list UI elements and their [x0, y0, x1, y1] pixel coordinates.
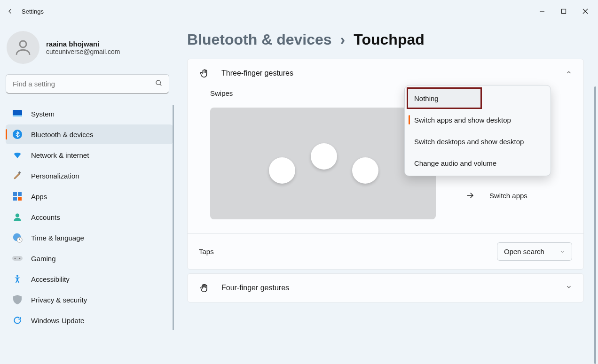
user-email: cuteuniverse@gmail.com	[46, 48, 120, 55]
four-finger-header[interactable]: Four-finger gestures	[188, 274, 583, 302]
window-controls	[531, 4, 596, 19]
sidebar-item-label: Gaming	[31, 255, 56, 263]
sidebar-item-personalization[interactable]: Personalization	[6, 166, 173, 186]
sidebar-item-label: Personalization	[31, 172, 79, 180]
breadcrumb-parent[interactable]: Bluetooth & devices	[187, 31, 332, 48]
minimize-button[interactable]	[531, 4, 553, 19]
arrow-right-icon	[465, 191, 475, 200]
close-icon	[582, 8, 588, 14]
hand-icon	[199, 282, 210, 294]
dropdown-option-audio-volume[interactable]: Change audio and volume	[407, 152, 549, 174]
svg-rect-14	[18, 197, 22, 201]
system-icon	[12, 108, 23, 119]
bluetooth-icon	[12, 129, 23, 139]
sidebar-item-apps[interactable]: Apps	[6, 186, 173, 206]
svg-point-20	[19, 258, 21, 259]
sidebar-item-accounts[interactable]: Accounts	[6, 207, 173, 227]
sidebar-item-network[interactable]: Network & internet	[6, 145, 173, 165]
four-finger-title: Four-finger gestures	[221, 284, 289, 292]
sidebar-item-label: Bluetooth & devices	[31, 131, 94, 139]
dropdown-option-switch-desktops[interactable]: Switch desktops and show desktop	[407, 131, 549, 152]
sidebar-item-accessibility[interactable]: Accessibility	[6, 269, 173, 289]
gaming-icon	[12, 253, 23, 263]
sidebar-item-system[interactable]: System	[6, 104, 173, 124]
sidebar-item-label: Windows Update	[31, 317, 84, 325]
search-wrapper	[6, 74, 169, 93]
svg-rect-8	[13, 115, 22, 116]
svg-rect-11	[13, 192, 17, 196]
titlebar: Settings	[0, 0, 598, 23]
sidebar-item-bluetooth-devices[interactable]: Bluetooth & devices	[6, 124, 173, 144]
svg-rect-12	[18, 192, 22, 196]
sidebar-item-label: Accounts	[31, 213, 60, 221]
sidebar-item-gaming[interactable]: Gaming	[6, 248, 173, 268]
update-icon	[12, 315, 23, 325]
accounts-icon	[12, 212, 23, 222]
svg-point-4	[20, 41, 26, 47]
finger-dot	[311, 143, 337, 170]
sidebar-item-privacy[interactable]: Privacy & security	[6, 290, 173, 310]
swipe-action-right: Switch apps	[465, 191, 534, 200]
svg-rect-1	[562, 9, 566, 14]
sidebar-item-label: Network & internet	[31, 151, 89, 159]
taps-select[interactable]: Open search	[497, 242, 572, 261]
sidebar-item-label: System	[31, 110, 55, 118]
finger-dot	[352, 157, 378, 184]
sidebar-item-time-language[interactable]: Time & language	[6, 228, 173, 248]
chevron-down-icon	[566, 284, 572, 292]
four-finger-gestures-card: Four-finger gestures	[187, 273, 584, 302]
taps-row: Taps Open search	[188, 233, 583, 269]
brush-icon	[12, 170, 23, 181]
nav-list: System Bluetooth & devices Network & int…	[6, 104, 173, 330]
three-finger-title: Three-finger gestures	[221, 69, 293, 77]
hand-icon	[199, 68, 210, 79]
clock-globe-icon	[12, 232, 23, 243]
breadcrumb-separator: ›	[340, 31, 346, 48]
breadcrumb: Bluetooth & devices › Touchpad	[187, 31, 584, 48]
close-button[interactable]	[574, 4, 596, 19]
sidebar-item-windows-update[interactable]: Windows Update	[6, 310, 173, 330]
svg-point-19	[15, 258, 16, 259]
nav-scrollbar[interactable]	[173, 105, 174, 330]
dropdown-option-switch-apps-desktop[interactable]: Switch apps and show desktop	[407, 109, 549, 131]
accessibility-icon	[12, 274, 23, 284]
shield-icon	[12, 294, 23, 305]
avatar	[7, 31, 39, 64]
chevron-up-icon	[566, 69, 572, 77]
window-title: Settings	[22, 8, 44, 15]
wifi-icon	[12, 150, 23, 160]
search-input[interactable]	[6, 74, 169, 93]
settings-content: Three-finger gestures Swipes	[187, 59, 584, 302]
taps-select-value: Open search	[504, 248, 544, 256]
three-finger-header[interactable]: Three-finger gestures	[188, 59, 583, 87]
person-icon	[13, 38, 33, 57]
maximize-button[interactable]	[553, 4, 574, 19]
sidebar-item-label: Apps	[31, 193, 47, 201]
search-icon	[155, 79, 163, 89]
swipes-dropdown: Nothing Switch apps and show desktop Swi…	[404, 85, 551, 176]
svg-point-5	[156, 80, 160, 85]
svg-rect-18	[12, 256, 23, 261]
chevron-down-icon	[559, 249, 565, 255]
minimize-icon	[539, 8, 545, 14]
svg-line-6	[160, 84, 161, 85]
sidebar: raaina bhojwani cuteuniverse@gmail.com S…	[0, 23, 176, 364]
arrow-left-icon	[6, 7, 15, 15]
svg-rect-13	[13, 197, 17, 201]
svg-point-15	[16, 214, 19, 217]
sidebar-item-label: Privacy & security	[31, 296, 87, 304]
touchpad-preview	[210, 108, 436, 219]
dropdown-option-nothing[interactable]: Nothing	[407, 87, 482, 109]
apps-icon	[12, 191, 23, 201]
breadcrumb-current: Touchpad	[354, 31, 425, 48]
swipe-action-label: Switch apps	[489, 192, 527, 200]
back-button[interactable]	[2, 3, 19, 20]
user-name: raaina bhojwani	[46, 40, 120, 48]
content-scrollbar[interactable]	[594, 86, 596, 364]
taps-label: Taps	[199, 248, 214, 256]
sidebar-item-label: Time & language	[31, 234, 84, 242]
finger-dot	[269, 157, 295, 184]
user-block[interactable]: raaina bhojwani cuteuniverse@gmail.com	[6, 31, 173, 74]
main-content: Bluetooth & devices › Touchpad Three-fin…	[176, 23, 598, 364]
svg-point-21	[16, 275, 18, 277]
